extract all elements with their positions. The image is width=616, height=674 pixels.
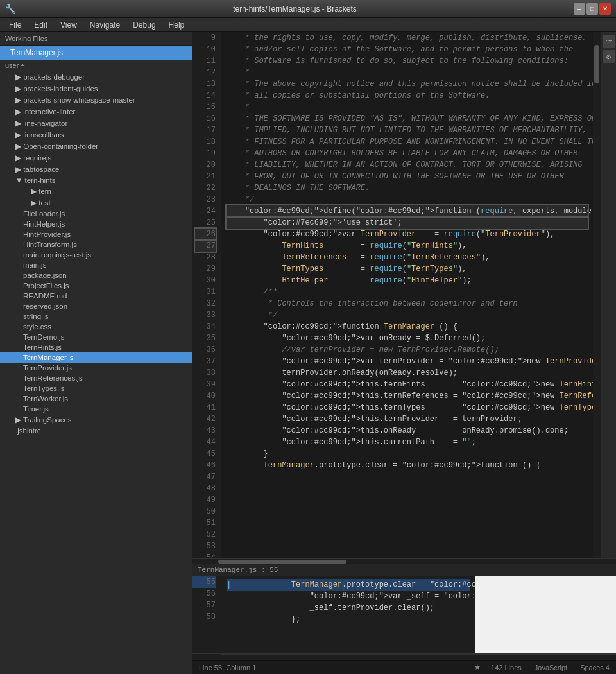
tree-item[interactable]: TernManager.js [0,352,192,363]
user-section-header[interactable]: user ÷ [0,60,192,71]
line-count: 142 Lines [491,664,522,671]
scrollbar-thumb[interactable] [594,45,599,83]
menu-edit[interactable]: Edit [28,19,54,31]
minimize-button[interactable]: – [574,3,585,15]
tree-item[interactable]: ▶ tern [0,186,192,197]
autocomplete-area: TernManager.js : 55 55565758 | TernManag… [193,564,616,653]
tree-item[interactable]: TernWorker.js [0,393,192,404]
close-button[interactable]: ✕ [599,3,611,15]
line-numbers: 9101112131415161718192021222324252627282… [193,32,221,558]
tree-item[interactable]: TernDemo.js [0,332,192,342]
status-left: Line 55, Column 1 [199,664,464,671]
menu-debug[interactable]: Debug [126,19,162,31]
tree-item[interactable]: ▶ brackets-indent-guides [0,83,192,94]
tree-item[interactable]: ▶ test [0,197,192,209]
user-section-label: user ÷ [5,62,25,69]
status-right: 142 Lines JavaScript Spaces 4 [491,664,610,671]
tree-item[interactable]: package.json [0,270,192,281]
cursor-position: Line 55, Column 1 [199,664,256,671]
autocomplete-code: | TernManager.prototype.clear = "color:#… [221,576,475,653]
file-tree: user ÷ ▶ brackets-debugger▶ brackets-ind… [0,60,192,674]
window-controls: – □ ✕ [574,3,611,15]
tree-item[interactable]: TernProvider.js [0,363,192,373]
titlebar: 🔧 tern-hints/TernManager.js - Brackets –… [0,0,616,18]
autocomplete-line-nums: 55565758 [193,576,221,653]
sidebar: Working Files TernManager.js user ÷ ▶ br… [0,32,193,674]
settings-icon[interactable]: ⚙ [603,50,615,63]
working-files-header[interactable]: Working Files [0,32,192,46]
autocomplete-list[interactable] [475,576,616,653]
tree-item[interactable]: main.js [0,260,192,270]
tree-item[interactable]: reserved.json [0,301,192,311]
working-file-item[interactable]: TernManager.js [0,46,192,60]
tree-item[interactable]: string.js [0,311,192,322]
horizontal-scrollbar[interactable] [193,558,616,564]
tree-item[interactable]: ▶ brackets-show-whitespace-master [0,94,192,106]
code-content[interactable]: * the rights to use, copy, modify, merge… [221,32,593,558]
maximize-button[interactable]: □ [586,3,598,15]
tree-item[interactable]: ▶ interactive-linter [0,106,192,117]
tree-item[interactable]: ▶ requirejs [0,152,192,164]
bottom-code [221,654,616,660]
tree-item[interactable]: Timer.js [0,404,192,414]
activity-icon[interactable]: 〜 [603,35,615,48]
scrollbar-right[interactable] [593,32,601,558]
menu-help[interactable]: Help [162,19,191,31]
indent-mode: Spaces 4 [580,664,610,671]
tree-item[interactable]: ▼ tern-hints [0,175,192,186]
main-layout: Working Files TernManager.js user ÷ ▶ br… [0,32,616,674]
tree-item[interactable]: ▶ line-navigator [0,117,192,129]
tree-item[interactable]: FileLoader.js [0,209,192,219]
tree-item[interactable]: ▶ brackets-debugger [0,71,192,83]
menu-file[interactable]: File [3,19,28,31]
tree-item[interactable]: TernHints.js [0,342,192,352]
tree-item[interactable]: README.md [0,291,192,301]
tree-item[interactable]: TernReferences.js [0,373,192,383]
bottom-line-nums [193,654,221,660]
right-icons-panel: 〜 ⚙ [601,32,616,558]
tree-items-container: ▶ brackets-debugger▶ brackets-indent-gui… [0,71,192,436]
tree-item[interactable]: main.requirejs-test.js [0,250,192,260]
working-file-name: TernManager.js [10,48,63,57]
tree-item[interactable]: ▶ lionscollbars [0,129,192,141]
tree-item[interactable]: HintProvider.js [0,229,192,239]
tree-item[interactable]: ▶ TrailingSpaces [0,414,192,426]
star-icon: ★ [474,663,481,671]
menubar: File Edit View Navigate Debug Help [0,18,616,32]
tree-item[interactable]: style.css [0,322,192,332]
tree-item[interactable]: .jshintrc [0,426,192,436]
autocomplete-file-pos: TernManager.js : 55 [198,566,278,574]
language-mode: JavaScript [535,664,567,671]
window-title: tern-hints/TernManager.js - Brackets [16,4,574,13]
code-region-top: 9101112131415161718192021222324252627282… [193,32,616,558]
tree-item[interactable]: HintTransform.js [0,239,192,250]
tree-item[interactable]: HintHelper.js [0,219,192,229]
menu-navigate[interactable]: Navigate [83,19,126,31]
menu-view[interactable]: View [54,19,83,31]
tree-item[interactable]: TernTypes.js [0,383,192,393]
autocomplete-header: TernManager.js : 55 [193,564,616,576]
tree-item[interactable]: ▶ Open-containing-folder [0,141,192,152]
editor-area: 9101112131415161718192021222324252627282… [193,32,616,674]
working-files-section: Working Files TernManager.js [0,32,192,60]
tree-item[interactable]: ProjectFiles.js [0,281,192,291]
statusbar: Line 55, Column 1 ★ 142 Lines JavaScript… [193,660,616,674]
bottom-code-area [193,653,616,660]
autocomplete-split: 55565758 | TernManager.prototype.clear =… [193,576,616,653]
tree-item[interactable]: ▶ tabtospace [0,164,192,175]
